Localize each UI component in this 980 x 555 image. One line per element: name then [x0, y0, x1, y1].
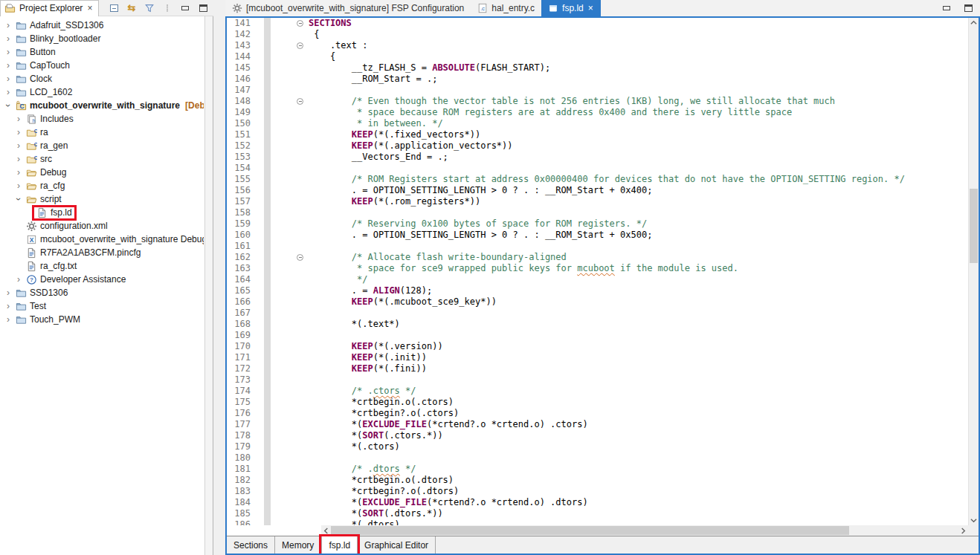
maximize-editor-icon[interactable] [962, 2, 974, 14]
hscroll-track[interactable] [331, 525, 958, 536]
maximize-view-icon[interactable] [197, 2, 209, 14]
code-line[interactable]: 144 { [227, 51, 968, 62]
code-line[interactable]: 180 [227, 452, 968, 464]
chevron-right-icon[interactable]: › [13, 114, 24, 124]
code-line[interactable]: 186 *(.dtors) [227, 519, 968, 525]
tree-item-test[interactable]: ›Test [0, 299, 204, 313]
fold-minus-icon[interactable] [297, 20, 303, 27]
chevron-right-icon[interactable]: › [3, 33, 13, 44]
tree-item-blinky-bootloader[interactable]: ›Blinky_bootloader [0, 32, 204, 45]
chevron-right-icon[interactable]: › [3, 301, 13, 311]
fold-collapse-icon[interactable] [297, 20, 309, 27]
chevron-down-icon[interactable]: › [13, 194, 24, 204]
chevron-right-icon[interactable]: › [13, 154, 24, 164]
scroll-left-icon[interactable] [321, 525, 331, 536]
code-viewport[interactable]: 141SECTIONS142 {143 .text :144 {145 __tz… [227, 18, 979, 525]
code-line[interactable]: 174 /* .ctors */ [227, 386, 968, 397]
tree-entry-button[interactable]: Button [13, 47, 58, 58]
chevron-right-icon[interactable]: › [3, 60, 13, 71]
horizontal-scrollbar[interactable] [227, 525, 979, 536]
tree-item-ra-cfg-txt[interactable]: ra_cfg.txt [0, 259, 204, 273]
view-menu-icon[interactable] [161, 2, 173, 14]
tree-item-fsp-ld[interactable]: fsp.ld [0, 206, 204, 219]
editor-tab-mcuboot-overwrite-with-signature-fsp-configuration[interactable]: [mcuboot_overwrite_with_signature] FSP C… [225, 0, 471, 16]
fold-collapse-icon[interactable] [297, 254, 309, 261]
fold-minus-icon[interactable] [297, 254, 303, 261]
tree-entry-ra-cfg[interactable]: ra_cfg [24, 181, 67, 192]
tree-item-mcuboot-overwrite-with-signature-debug-fla[interactable]: Xmcuboot_overwrite_with_signature Debug_… [0, 233, 204, 246]
code-line[interactable]: 143 .text : [227, 40, 968, 51]
code-line[interactable]: 165 . = ALIGN(128); [227, 285, 968, 296]
tree-item-mcuboot-overwrite-with-signature[interactable]: ›Cmcuboot_overwrite_with_signature[Debug… [0, 99, 204, 112]
tree-entry-developer-assistance[interactable]: ?Developer Assistance [24, 274, 128, 285]
tree-entry-test[interactable]: Test [13, 301, 48, 312]
editor-tab-hal-entry-c[interactable]: .chal_entry.c [471, 0, 541, 16]
code-line[interactable]: 178 *(SORT(.ctors.*)) [227, 430, 968, 441]
chevron-right-icon[interactable]: › [13, 140, 24, 151]
collapse-all-icon[interactable] [108, 2, 120, 14]
tree-entry-adafruit-ssd1306[interactable]: Adafruit_SSD1306 [13, 20, 106, 31]
code-line[interactable]: 173 [227, 374, 968, 386]
code-line[interactable]: 149 * space because ROM registers are at… [227, 107, 968, 118]
chevron-right-icon[interactable]: › [3, 47, 13, 57]
code-line[interactable]: 170 KEEP(*(.version)) [227, 341, 968, 352]
code-line[interactable]: 168 *(.text*) [227, 319, 968, 330]
tree-entry-includes[interactable]: hIncludes [24, 114, 76, 125]
link-with-editor-icon[interactable]: ⇆ [126, 2, 138, 14]
code-line[interactable]: 171 KEEP(*(.init)) [227, 352, 968, 363]
chevron-right-icon[interactable]: › [13, 274, 24, 285]
code-line[interactable]: 142 { [227, 29, 968, 40]
scroll-down-icon[interactable] [969, 516, 979, 525]
code-line[interactable]: 177 *(EXCLUDE_FILE(*crtend?.o *crtend.o)… [227, 419, 968, 430]
chevron-right-icon[interactable]: › [3, 20, 13, 30]
scroll-up-icon[interactable] [969, 18, 979, 27]
tree-entry-ra[interactable]: Cra [24, 127, 51, 138]
filter-icon[interactable] [144, 2, 155, 14]
tree-entry-mcuboot-overwrite-with-signature-debug-fla[interactable]: Xmcuboot_overwrite_with_signature Debug_… [24, 234, 204, 245]
code-line[interactable]: 141SECTIONS [227, 18, 968, 29]
chevron-right-icon[interactable]: › [3, 87, 13, 97]
scroll-right-icon[interactable] [958, 525, 968, 536]
code-line[interactable]: 184 *(EXCLUDE_FILE(*crtend?.o *crtend.o)… [227, 497, 968, 508]
horizontal-scrollbar-thumb[interactable] [331, 526, 849, 535]
code-line[interactable]: 160 . = OPTION_SETTING_LENGTH > 0 ? . : … [227, 230, 968, 241]
vertical-scrollbar[interactable] [968, 18, 979, 525]
editor-tab-fsp-ld[interactable]: fsp.ld× [541, 0, 601, 16]
fold-collapse-icon[interactable] [297, 42, 309, 49]
tree-entry-clock[interactable]: Clock [13, 74, 54, 85]
fold-minus-icon[interactable] [297, 98, 303, 105]
code-line[interactable]: 172 KEEP(*(.fini)) [227, 363, 968, 374]
code-line[interactable]: 166 KEEP(*(.mcuboot_sce9_key*)) [227, 296, 968, 308]
chevron-right-icon[interactable]: › [3, 74, 13, 84]
tree-item-src[interactable]: ›Csrc [0, 152, 204, 166]
tree-entry-lcd-1602[interactable]: LCD_1602 [13, 87, 74, 98]
code-line[interactable]: 183 *crtbegin?.o(.dtors) [227, 486, 968, 497]
tree-item-clock[interactable]: ›Clock [0, 72, 204, 85]
chevron-down-icon[interactable]: › [3, 100, 13, 111]
tree-entry-r7fa2a1ab3cfm-pincfg[interactable]: R7FA2A1AB3CFM.pincfg [24, 247, 143, 259]
code-line[interactable]: 156 . = OPTION_SETTING_LENGTH > 0 ? . : … [227, 185, 968, 196]
tree-entry-configuration-xml[interactable]: configuration.xml [24, 221, 110, 232]
tree-entry-ra-gen[interactable]: Cra_gen [24, 140, 70, 152]
tree-entry-src[interactable]: Csrc [24, 154, 54, 165]
tree-item-developer-assistance[interactable]: ›?Developer Assistance [0, 273, 204, 286]
tree-item-r7fa2a1ab3cfm-pincfg[interactable]: R7FA2A1AB3CFM.pincfg [0, 246, 204, 259]
code-line[interactable]: 150 * in between. */ [227, 118, 968, 129]
chevron-right-icon[interactable]: › [3, 314, 13, 325]
code-line[interactable]: 152 KEEP(*(.application_vectors*)) [227, 140, 968, 152]
tree-item-lcd-1602[interactable]: ›LCD_1602 [0, 85, 204, 99]
code-line[interactable]: 145 __tz_FLASH_S = ABSOLUTE(FLASH_START)… [227, 62, 968, 74]
close-tab-icon[interactable]: × [587, 3, 594, 13]
code-line[interactable]: 181 /* .dtors */ [227, 464, 968, 475]
bottom-tab-memory[interactable]: Memory [275, 536, 321, 554]
code-line[interactable]: 185 *(SORT(.dtors.*)) [227, 508, 968, 519]
code-line[interactable]: 159 /* Reserving 0x100 bytes of space fo… [227, 218, 968, 230]
tree-item-touch-pwm[interactable]: ›Touch_PWM [0, 313, 204, 326]
code-line[interactable]: 147 [227, 85, 968, 96]
fold-collapse-icon[interactable] [297, 98, 309, 105]
tree-item-ra-gen[interactable]: ›Cra_gen [0, 139, 204, 152]
code-line[interactable]: 148 /* Even though the vector table is n… [227, 96, 968, 107]
project-explorer-tab[interactable]: Project Explorer × [0, 0, 99, 16]
tree-item-script[interactable]: ›script [0, 192, 204, 206]
tree-entry-touch-pwm[interactable]: Touch_PWM [13, 314, 83, 325]
